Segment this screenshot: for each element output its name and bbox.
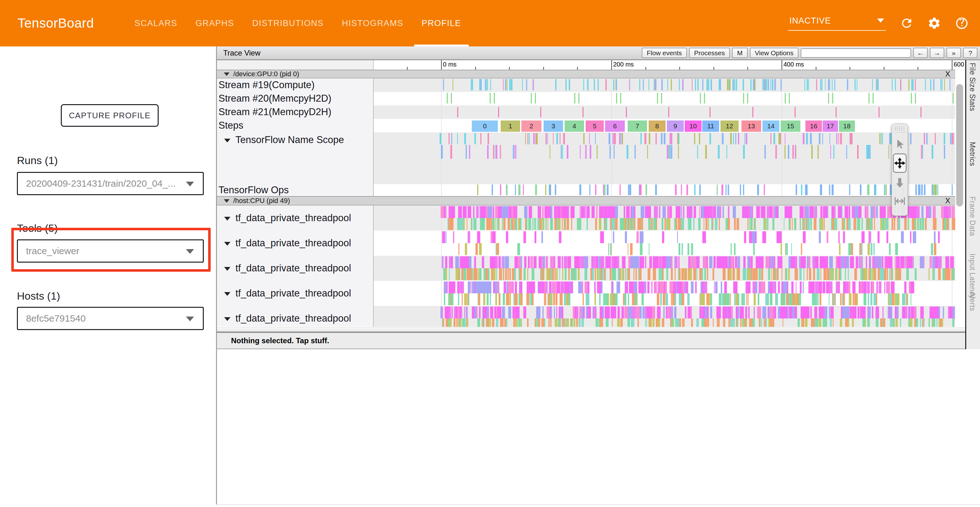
chevron-down-icon[interactable] [224, 292, 231, 296]
process-header-cpu[interactable]: /host:CPU (pid 49)X [217, 196, 955, 206]
toolbar-button-flow-events[interactable]: Flow events [642, 48, 687, 58]
ruler-tick [816, 67, 816, 70]
trace-search-input[interactable] [801, 48, 911, 58]
right-tab-strip: File Size StatsMetricsFrame DataInput La… [965, 60, 980, 349]
step-block[interactable]: 17 [822, 121, 838, 132]
step-block[interactable]: 12 [721, 121, 738, 132]
chevron-down-icon [877, 19, 884, 22]
track-label[interactable]: tf_data_private_threadpool [218, 312, 372, 325]
vertical-scrollbar-thumb[interactable] [956, 84, 963, 206]
sidebar: CAPTURE PROFILE Runs (1) 20200409-231431… [0, 46, 216, 507]
step-block[interactable]: 18 [839, 121, 855, 132]
step-block[interactable]: 9 [667, 121, 684, 132]
side-tab-frame-data[interactable]: Frame Data [968, 196, 977, 236]
tab-histograms[interactable]: HISTOGRAMS [342, 0, 404, 46]
tab-scalars[interactable]: SCALARS [135, 0, 177, 46]
step-block[interactable]: 2 [521, 121, 541, 132]
toolbar-nav-3[interactable]: ? [963, 48, 977, 58]
ruler-label: 0 ms [443, 61, 457, 68]
ruler-tick [679, 67, 680, 70]
toolbar-button-m[interactable]: M [732, 48, 748, 58]
track-label-text: Stream #20(MemcpyH2D) [218, 93, 331, 104]
close-button[interactable]: X [945, 70, 950, 78]
step-block[interactable]: 8 [649, 121, 665, 132]
horizontal-scrollbar[interactable] [217, 328, 980, 332]
close-button[interactable]: X [945, 196, 950, 205]
chevron-down-icon[interactable] [224, 267, 231, 271]
trace-view-title: Trace View [223, 46, 261, 59]
toolbar-nav-0[interactable]: ← [913, 48, 928, 58]
ruler-major-tick [441, 60, 442, 70]
track-label-text: tf_data_private_threadpool [235, 313, 351, 324]
status-dropdown[interactable]: INACTIVE [788, 16, 886, 31]
track-label[interactable]: tf_data_private_threadpool [218, 212, 372, 225]
step-block[interactable]: 10 [685, 121, 702, 132]
tensorboard-logo: TensorBoard [18, 0, 94, 46]
chevron-down-icon[interactable] [224, 139, 231, 142]
refresh-icon[interactable] [900, 16, 913, 30]
toolbar-button-processes[interactable]: Processes [689, 48, 730, 58]
chevron-down-icon [186, 249, 194, 254]
step-block[interactable]: 0 [472, 121, 498, 132]
step-block[interactable]: 3 [544, 121, 563, 132]
step-block[interactable]: 15 [781, 121, 800, 132]
track-label[interactable]: TensorFlow Name Scope [218, 133, 372, 147]
toolbar-nav-1[interactable]: → [930, 48, 944, 58]
step-block[interactable]: 7 [628, 121, 647, 132]
runs-heading: Runs (1) [17, 155, 58, 167]
chevron-down-icon[interactable] [224, 217, 231, 220]
detail-bar: Nothing selected. Tap stuff. [217, 332, 980, 349]
step-block[interactable]: 1 [501, 121, 520, 132]
pan-tool[interactable] [893, 153, 907, 173]
tab-graphs[interactable]: GRAPHS [196, 0, 234, 46]
track-label: Stream #21(MemcpyD2H) [218, 105, 372, 119]
gear-icon[interactable] [928, 16, 941, 30]
track-label-text: tf_data_private_threadpool [235, 212, 351, 224]
track-label-text: tf_data_private_threadpool [235, 263, 351, 274]
track-label-text: tf_data_private_threadpool [235, 238, 351, 249]
toolbar-nav-2[interactable]: » [947, 48, 961, 58]
track-label[interactable]: tf_data_private_threadpool [218, 287, 372, 300]
ruler-tick [577, 67, 578, 70]
chevron-down-icon [224, 72, 229, 76]
side-tab-file-size-stats[interactable]: File Size Stats [968, 63, 977, 112]
chevron-down-icon [186, 182, 194, 187]
divider [894, 132, 906, 133]
selection-tool[interactable] [893, 135, 907, 153]
chevron-down-icon [224, 199, 229, 202]
capture-profile-button[interactable]: CAPTURE PROFILE [61, 104, 159, 127]
track-label: TensorFlow Ops [218, 183, 372, 197]
process-header-gpu[interactable]: /device:GPU:0 (pid 0)X [217, 70, 955, 78]
tab-profile[interactable]: PROFILE [422, 0, 461, 46]
help-icon[interactable] [955, 16, 969, 30]
track-label[interactable]: tf_data_private_threadpool [218, 261, 372, 275]
palette-drag-handle[interactable] [894, 126, 905, 131]
zoom-vertical-tool[interactable] [893, 173, 907, 192]
side-tab-alerts[interactable]: Alerts [968, 292, 977, 311]
process-header-title: /host:CPU (pid 49) [233, 197, 290, 205]
toolbar-button-view-options[interactable]: View Options [750, 48, 799, 58]
step-block[interactable]: 16 [805, 121, 822, 132]
track-label-text: Stream #19(Compute) [218, 80, 315, 91]
step-block[interactable]: 6 [605, 121, 625, 132]
step-block[interactable]: 4 [565, 121, 584, 132]
ruler-left-spacer [217, 60, 374, 70]
step-block[interactable]: 13 [741, 121, 761, 132]
step-block[interactable]: 5 [585, 121, 604, 132]
hosts-select-value: 8efc5e791540 [26, 313, 86, 324]
timing-tool[interactable] [893, 192, 907, 210]
chevron-down-icon[interactable] [224, 317, 231, 321]
track-label-text: tf_data_private_threadpool [235, 288, 351, 299]
tab-distributions[interactable]: DISTRIBUTIONS [252, 0, 324, 46]
side-tab-metrics[interactable]: Metrics [968, 142, 977, 166]
tools-select[interactable]: trace_viewer [17, 239, 204, 263]
trace-view-title-bar: Trace View Flow eventsProcessesMView Opt… [217, 46, 980, 60]
ruler-tick [509, 67, 510, 70]
hosts-select[interactable]: 8efc5e791540 [17, 307, 204, 330]
ruler-tick [714, 67, 714, 70]
track-label[interactable]: tf_data_private_threadpool [218, 236, 372, 250]
step-block[interactable]: 14 [762, 121, 780, 132]
chevron-down-icon[interactable] [224, 242, 231, 246]
step-block[interactable]: 11 [702, 121, 719, 132]
runs-select[interactable]: 20200409-231431/train/2020_04_... [17, 172, 204, 195]
